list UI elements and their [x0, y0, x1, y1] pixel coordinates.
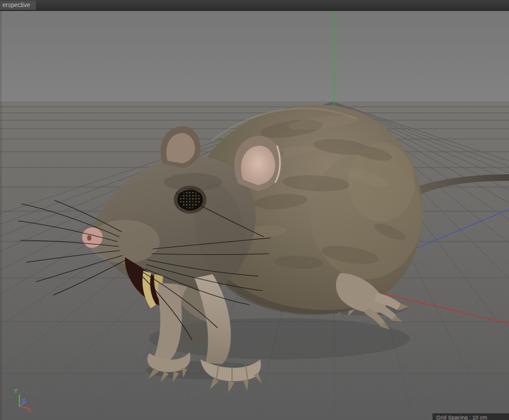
viewport-window: Y Z X erspective Grid Spacing : 10 cm	[0, 0, 509, 420]
gizmo-z-label: Z	[22, 398, 26, 404]
viewport-label[interactable]: erspective	[0, 1, 36, 10]
viewport-topbar: erspective	[0, 0, 509, 11]
gizmo-x-label: X	[28, 408, 32, 413]
viewport-left-edge	[0, 10, 2, 420]
grid-spacing-status: Grid Spacing : 10 cm	[432, 413, 509, 420]
rat-eye	[174, 186, 207, 214]
viewport-sky	[0, 10, 509, 102]
viewport-3d[interactable]: Y Z X	[0, 0, 509, 420]
gizmo-y-label: Y	[14, 388, 18, 394]
